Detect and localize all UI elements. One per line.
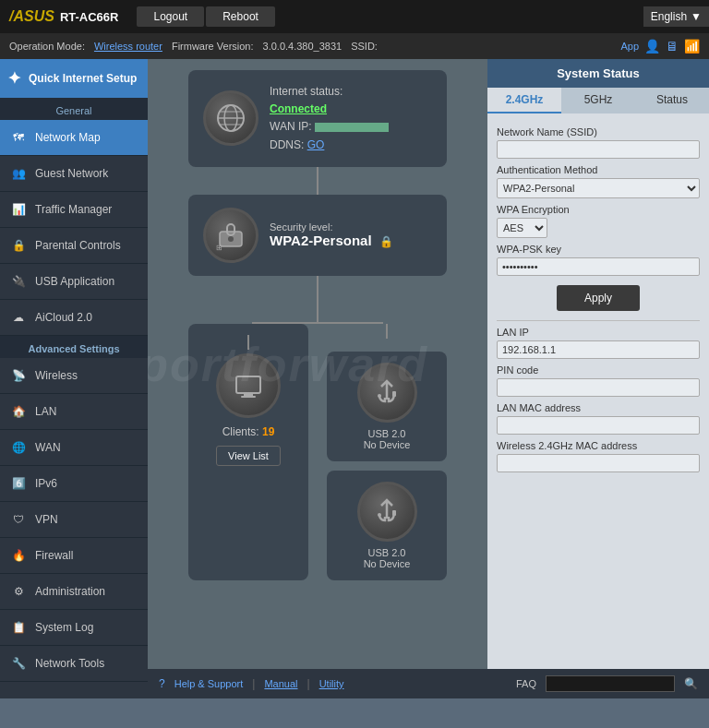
router-info: Internet status: Connected WAN IP: DDNS:… <box>270 83 389 154</box>
sidebar-item-label: Parental Controls <box>35 239 121 252</box>
help-icon: ? <box>159 677 165 690</box>
main-layout: ✦ Quick Internet Setup General 🗺 Network… <box>0 59 709 698</box>
wpa-enc-label: WPA Encryption <box>497 204 700 215</box>
status-form: Network Name (SSID) Authentication Metho… <box>487 113 709 480</box>
quick-setup-label: Quick Internet Setup <box>29 72 137 85</box>
logout-button[interactable]: Logout <box>137 6 204 27</box>
wireless-mac-input[interactable] <box>497 454 700 472</box>
tab-5ghz[interactable]: 5GHz <box>561 88 635 113</box>
sidebar-item-label: Administration <box>35 585 105 598</box>
help-support-link[interactable]: Help & Support <box>174 678 244 689</box>
sidebar-item-label: VPN <box>35 513 58 526</box>
svg-rect-15 <box>392 510 396 516</box>
utility-link[interactable]: Utility <box>319 678 344 689</box>
wifi-icon[interactable]: 📶 <box>684 39 700 54</box>
sidebar-general-title: General <box>0 98 148 120</box>
sidebar-item-traffic-manager[interactable]: 📊 Traffic Manager <box>0 192 148 228</box>
svg-point-14 <box>378 513 381 517</box>
sidebar-item-usb-application[interactable]: 🔌 USB Application <box>0 264 148 300</box>
clients-label: Clients: 19 <box>222 425 275 438</box>
search-icon[interactable]: 🔍 <box>684 677 698 690</box>
clients-count: 19 <box>262 425 274 438</box>
sidebar-item-firewall[interactable]: 🔥 Firewall <box>0 538 148 574</box>
sidebar-item-parental-controls[interactable]: 🔒 Parental Controls <box>0 228 148 264</box>
logo-asus: /ASUS <box>9 8 54 25</box>
sidebar-item-label: Network Tools <box>35 657 104 670</box>
wan-ip-value <box>315 123 389 132</box>
op-mode-label: Operation Mode: <box>9 41 85 52</box>
user-icon[interactable]: 👤 <box>644 39 660 54</box>
monitor-icon[interactable]: 🖥 <box>666 39 679 54</box>
language-select[interactable]: English ▼ <box>643 6 709 27</box>
security-info: Security level: WPA2-Personal 🔒 <box>270 221 393 248</box>
view-list-button[interactable]: View List <box>216 446 281 466</box>
sidebar-item-guest-network[interactable]: 👥 Guest Network <box>0 156 148 192</box>
sidebar: ✦ Quick Internet Setup General 🗺 Network… <box>0 59 148 698</box>
sidebar-item-quick-setup[interactable]: ✦ Quick Internet Setup <box>0 59 148 98</box>
wpa-psk-label: WPA-PSK key <box>497 244 700 255</box>
connector-v2 <box>317 276 318 304</box>
internet-status-label: Internet status: <box>270 85 342 98</box>
security-icon: ⊞ <box>203 208 258 263</box>
ddns-label: DDNS: <box>270 138 304 151</box>
wpa-psk-input[interactable] <box>497 257 700 276</box>
network-map-area: portforward <box>148 59 487 669</box>
sidebar-item-wan[interactable]: 🌐 WAN <box>0 430 148 466</box>
top-nav: Logout Reboot <box>137 6 274 27</box>
auth-method-select[interactable]: WPA2-Personal WPA-Personal Open System <box>497 178 700 198</box>
lan-mac-label: LAN MAC address <box>497 402 700 413</box>
sidebar-item-network-tools[interactable]: 🔧 Network Tools <box>0 646 148 682</box>
wpa-enc-select[interactable]: AES TKIP AES+TKIP <box>497 218 547 238</box>
sidebar-item-label: USB Application <box>35 275 114 288</box>
sidebar-item-label: System Log <box>35 621 93 634</box>
usb1-box: USB 2.0 No Device <box>327 352 447 461</box>
sidebar-item-network-map[interactable]: 🗺 Network Map <box>0 120 148 156</box>
network-name-input[interactable] <box>497 140 700 159</box>
reboot-button[interactable]: Reboot <box>206 6 275 27</box>
faq-search-input[interactable] <box>546 675 675 692</box>
aicloud-icon: ☁ <box>9 308 28 327</box>
lan-mac-input[interactable] <box>497 416 700 435</box>
apply-button[interactable]: Apply <box>557 285 640 311</box>
tab-status[interactable]: Status <box>635 88 709 113</box>
security-level-value: WPA2-Personal 🔒 <box>270 233 393 248</box>
pin-code-input[interactable] <box>497 378 700 397</box>
sidebar-item-vpn[interactable]: 🛡 VPN <box>0 502 148 538</box>
sidebar-advanced-title: Advanced Settings <box>0 336 148 358</box>
freq-tabs: 2.4GHz 5GHz Status <box>487 88 709 113</box>
security-level-label: Security level: <box>270 221 393 233</box>
sidebar-item-label: IPv6 <box>35 477 57 490</box>
sidebar-item-lan[interactable]: 🏠 LAN <box>0 394 148 430</box>
sidebar-item-wireless[interactable]: 📡 Wireless <box>0 358 148 394</box>
lan-icon: 🏠 <box>9 402 28 421</box>
fw-value: 3.0.0.4.380_3831 <box>263 41 342 52</box>
sidebar-item-administration[interactable]: ⚙ Administration <box>0 574 148 610</box>
sidebar-item-system-log[interactable]: 📋 System Log <box>0 610 148 646</box>
internet-status-value: Connected <box>270 102 327 115</box>
pin-code-label: PIN code <box>497 364 700 376</box>
svg-rect-9 <box>236 376 260 393</box>
fw-label: Firmware Version: <box>172 41 254 52</box>
logo-model: RT-AC66R <box>60 10 119 24</box>
lock-icon: 🔒 <box>379 235 393 248</box>
parental-icon: 🔒 <box>9 236 28 255</box>
sidebar-item-label: WAN <box>35 441 61 454</box>
ssid-label: SSID: <box>351 41 378 52</box>
divider1 <box>497 320 700 321</box>
sidebar-item-ipv6[interactable]: 6️⃣ IPv6 <box>0 466 148 502</box>
lan-ip-input[interactable] <box>497 340 700 359</box>
conn-usb <box>386 324 388 339</box>
manual-link[interactable]: Manual <box>264 678 297 689</box>
ipv6-icon: 6️⃣ <box>9 474 28 493</box>
status-bar: Operation Mode: Wireless router Firmware… <box>0 33 709 59</box>
traffic-icon: 📊 <box>9 200 28 219</box>
status-icons: App 👤 🖥 📶 <box>620 39 700 54</box>
svg-rect-10 <box>244 393 253 396</box>
usb-icon: 🔌 <box>9 272 28 291</box>
tab-24ghz[interactable]: 2.4GHz <box>487 88 561 113</box>
sidebar-item-aicloud[interactable]: ☁ AiCloud 2.0 <box>0 300 148 336</box>
internet-icon <box>203 90 258 146</box>
ddns-go-link[interactable]: GO <box>307 138 325 151</box>
system-status-panel: System Status 2.4GHz 5GHz Status Network… <box>487 59 709 669</box>
faq-label: FAQ <box>516 678 536 689</box>
